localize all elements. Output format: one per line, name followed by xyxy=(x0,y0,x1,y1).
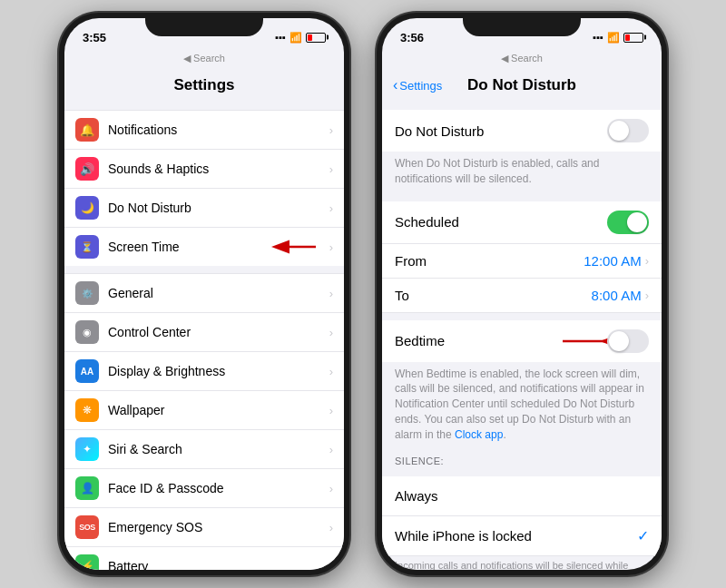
screen-dnd: 3:56 ▪▪▪ 📶 ◀ Search ‹ Settings Do Not Di… xyxy=(382,18,662,570)
chevron-icon: › xyxy=(645,254,649,268)
search-area-dnd: ◀ Search xyxy=(382,51,662,68)
row-battery[interactable]: ⚡ Battery › xyxy=(64,547,344,570)
sounds-label: Sounds & Haptics xyxy=(108,162,329,176)
screen: 3:55 ▪▪▪ 📶 ◀ Search Settings 🔔 Notificat xyxy=(64,18,344,570)
sounds-icon: 🔊 xyxy=(75,157,99,181)
battery-icon-dnd xyxy=(623,33,643,43)
status-time: 3:55 xyxy=(83,31,106,44)
scheduled-row[interactable]: Scheduled xyxy=(382,201,662,244)
row-sounds[interactable]: 🔊 Sounds & Haptics › xyxy=(64,150,344,189)
to-row[interactable]: To 8:00 AM › xyxy=(382,279,662,313)
dnd-main-label: Do Not Disturb xyxy=(395,123,607,139)
face-id-icon: 👤 xyxy=(75,476,99,500)
dnd-content: Do Not Disturb When Do Not Disturb is en… xyxy=(382,103,662,570)
row-control-center[interactable]: ◉ Control Center › xyxy=(64,313,344,352)
status-icons-dnd: ▪▪▪ 📶 xyxy=(593,32,643,44)
battery-icon xyxy=(306,33,326,43)
search-area: ◀ Search xyxy=(64,51,344,68)
chevron-left-icon: ‹ xyxy=(393,77,397,93)
status-icons: ▪▪▪ 📶 xyxy=(275,32,326,44)
signal-icon: ▪▪▪ xyxy=(275,32,286,43)
battery-row-icon: ⚡ xyxy=(75,554,99,570)
silence-always-row[interactable]: Always xyxy=(382,476,662,516)
chevron-icon: › xyxy=(329,443,333,456)
chevron-icon: › xyxy=(329,201,333,215)
toggle-thumb xyxy=(609,121,629,141)
row-siri[interactable]: ✦ Siri & Search › xyxy=(64,430,344,469)
scheduled-toggle[interactable] xyxy=(607,211,649,234)
silence-locked-row[interactable]: While iPhone is locked ✓ xyxy=(382,516,662,556)
dnd-toggle-row[interactable]: Do Not Disturb xyxy=(382,110,662,152)
to-value: 8:00 AM xyxy=(592,288,642,303)
general-label: General xyxy=(108,286,329,300)
display-label: Display & Brightness xyxy=(108,364,329,378)
silence-locked-label: While iPhone is locked xyxy=(395,528,637,544)
arrow-annotation-bedtime xyxy=(563,331,613,351)
dnd-group-main: Do Not Disturb xyxy=(382,110,662,152)
dnd-toggle[interactable] xyxy=(607,119,649,142)
row-notifications[interactable]: 🔔 Notifications › xyxy=(64,110,344,150)
back-label: Settings xyxy=(399,79,442,93)
bedtime-row[interactable]: Bedtime xyxy=(382,320,662,362)
chevron-icon: › xyxy=(329,521,333,534)
settings-group-2: ⚙️ General › ◉ Control Center › AA Displ… xyxy=(64,273,344,570)
scheduled-label: Scheduled xyxy=(395,214,607,230)
siri-label: Siri & Search xyxy=(108,442,329,456)
sos-label: Emergency SOS xyxy=(108,520,329,534)
clock-app-link[interactable]: Clock app xyxy=(455,428,503,441)
silence-locked-sub: Incoming calls and notifications will be… xyxy=(382,556,662,570)
chevron-icon: › xyxy=(645,289,649,302)
wallpaper-icon: ❋ xyxy=(75,398,99,422)
phone-dnd: 3:56 ▪▪▪ 📶 ◀ Search ‹ Settings Do Not Di… xyxy=(377,13,667,575)
back-button[interactable]: ‹ Settings xyxy=(393,77,442,93)
to-label: To xyxy=(395,288,592,303)
row-dnd[interactable]: 🌙 Do Not Disturb › xyxy=(64,189,344,228)
row-display[interactable]: AA Display & Brightness › xyxy=(64,352,344,391)
sos-icon: SOS xyxy=(75,515,99,539)
dnd-icon: 🌙 xyxy=(75,196,99,220)
row-sos[interactable]: SOS Emergency SOS › xyxy=(64,508,344,547)
row-wallpaper[interactable]: ❋ Wallpaper › xyxy=(64,391,344,430)
control-center-label: Control Center xyxy=(108,325,329,339)
from-value: 12:00 AM xyxy=(584,253,641,269)
chevron-icon: › xyxy=(329,365,333,378)
screen-time-icon: ⏳ xyxy=(75,235,99,259)
silence-always-label: Always xyxy=(395,488,649,504)
settings-list: 🔔 Notifications › 🔊 Sounds & Haptics › 🌙… xyxy=(64,103,344,570)
phone-settings: 3:55 ▪▪▪ 📶 ◀ Search Settings 🔔 Notificat xyxy=(59,13,349,575)
bedtime-sub-text: When Bedtime is enabled, the lock screen… xyxy=(382,362,662,450)
chevron-icon: › xyxy=(329,162,333,176)
search-label: ◀ Search xyxy=(79,53,329,64)
notch xyxy=(145,13,263,36)
wallpaper-label: Wallpaper xyxy=(108,403,329,417)
display-icon: AA xyxy=(75,359,99,383)
checkmark-icon: ✓ xyxy=(637,527,649,544)
control-center-icon: ◉ xyxy=(75,320,99,344)
settings-group-1: 🔔 Notifications › 🔊 Sounds & Haptics › 🌙… xyxy=(64,110,344,266)
bedtime-toggle[interactable] xyxy=(607,329,649,353)
status-time-dnd: 3:56 xyxy=(400,31,424,44)
siri-icon: ✦ xyxy=(75,437,99,461)
notifications-label: Notifications xyxy=(108,122,329,137)
silence-header: SILENCE: xyxy=(382,450,662,469)
toggle-thumb xyxy=(609,331,629,351)
wifi-icon: 📶 xyxy=(607,32,620,44)
dnd-sub-text: When Do Not Disturb is enabled, calls an… xyxy=(382,152,662,194)
chevron-icon: › xyxy=(329,287,333,300)
toggle-thumb xyxy=(627,212,647,232)
row-general[interactable]: ⚙️ General › xyxy=(64,273,344,313)
dnd-label: Do Not Disturb xyxy=(108,201,329,215)
row-screen-time[interactable]: ⏳ Screen Time › xyxy=(64,228,344,266)
silence-group: Always While iPhone is locked ✓ xyxy=(382,476,662,556)
chevron-icon: › xyxy=(329,123,333,137)
from-label: From xyxy=(395,253,584,269)
from-row[interactable]: From 12:00 AM › xyxy=(382,244,662,279)
battery-label: Battery xyxy=(108,559,329,570)
notch xyxy=(463,13,581,36)
wifi-icon: 📶 xyxy=(289,32,302,44)
row-face-id[interactable]: 👤 Face ID & Passcode › xyxy=(64,469,344,508)
general-icon: ⚙️ xyxy=(75,281,99,305)
chevron-icon: › xyxy=(329,326,333,339)
nav-bar: Settings xyxy=(64,68,344,103)
bedtime-group: Bedtime xyxy=(382,320,662,362)
